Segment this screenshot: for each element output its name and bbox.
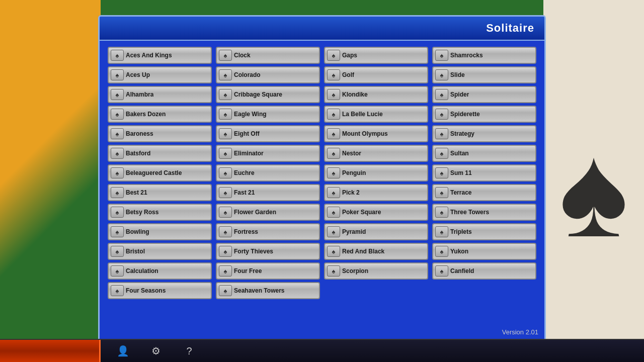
game-button-best-21[interactable]: ♠Best 21 [108, 184, 212, 201]
game-button-sum-11[interactable]: ♠Sum 11 [432, 164, 536, 182]
game-label-triplets: Triplets [450, 228, 472, 235]
game-button-flower-garden[interactable]: ♠Flower Garden [216, 204, 320, 221]
spade-icon: ♠ [327, 265, 340, 277]
game-label-eight-off: Eight Off [234, 130, 260, 137]
game-label-aces-up: Aces Up [126, 71, 150, 78]
spade-icon: ♠ [219, 285, 232, 296]
game-button-four-seasons[interactable]: ♠Four Seasons [108, 282, 212, 299]
game-button-aces-up[interactable]: ♠Aces Up [108, 66, 212, 83]
game-button-eliminator[interactable]: ♠Eliminator [216, 145, 320, 162]
spade-icon: ♠ [111, 265, 124, 277]
game-button-calculation[interactable]: ♠Calculation [108, 262, 212, 280]
spade-icon: ♠ [327, 89, 340, 100]
game-label-calculation: Calculation [126, 267, 158, 275]
game-button-euchre[interactable]: ♠Euchre [216, 164, 320, 182]
settings-button[interactable]: ⚙ [147, 342, 165, 360]
game-button-pick-2[interactable]: ♠Pick 2 [324, 184, 428, 201]
game-button-bristol[interactable]: ♠Bristol [108, 243, 212, 260]
game-label-la-belle-lucie: La Belle Lucie [342, 111, 383, 118]
game-label-fast-21: Fast 21 [234, 189, 255, 196]
spade-icon: ♠ [327, 50, 340, 61]
spade-icon: ♠ [327, 226, 340, 237]
game-button-seahaven-towers[interactable]: ♠Seahaven Towers [216, 282, 320, 299]
spade-icon: ♠ [111, 226, 124, 237]
game-button-sultan[interactable]: ♠Sultan [432, 145, 536, 162]
game-button-fortress[interactable]: ♠Fortress [216, 223, 320, 240]
window-title: Solitaire [486, 22, 534, 35]
game-label-poker-square: Poker Square [342, 209, 381, 216]
game-button-yukon[interactable]: ♠Yukon [432, 243, 536, 260]
game-label-bowling: Bowling [126, 228, 149, 235]
game-button-aces-and-kings[interactable]: ♠Aces And Kings [108, 47, 212, 64]
spade-icon: ♠ [111, 246, 124, 257]
game-label-bakers-dozen: Bakers Dozen [126, 111, 166, 118]
game-button-red-and-black[interactable]: ♠Red And Black [324, 243, 428, 260]
game-button-la-belle-lucie[interactable]: ♠La Belle Lucie [324, 106, 428, 123]
game-button-penguin[interactable]: ♠Penguin [324, 164, 428, 182]
help-button[interactable]: ? [180, 342, 198, 360]
game-button-batsford[interactable]: ♠Batsford [108, 145, 212, 162]
game-button-bowling[interactable]: ♠Bowling [108, 223, 212, 240]
game-button-cribbage-square[interactable]: ♠Cribbage Square [216, 86, 320, 103]
game-button-strategy[interactable]: ♠Strategy [432, 125, 536, 142]
game-button-klondike[interactable]: ♠Klondike [324, 86, 428, 103]
game-label-slide: Slide [450, 71, 465, 78]
spade-icon: ♠ [435, 148, 448, 159]
game-button-spider[interactable]: ♠Spider [432, 86, 536, 103]
spade-icon: ♠ [111, 69, 124, 80]
game-button-triplets[interactable]: ♠Triplets [432, 223, 536, 240]
game-button-clock[interactable]: ♠Clock [216, 47, 320, 64]
game-label-colorado: Colorado [234, 71, 261, 78]
title-bar: Solitaire [100, 17, 544, 41]
game-button-colorado[interactable]: ♠Colorado [216, 66, 320, 83]
game-button-mount-olympus[interactable]: ♠Mount Olympus [324, 125, 428, 142]
game-label-euchre: Euchre [234, 169, 255, 176]
game-label-yukon: Yukon [450, 248, 468, 255]
spade-icon: ♠ [111, 167, 124, 178]
spade-icon: ♠ [111, 109, 124, 120]
game-button-forty-thieves[interactable]: ♠Forty Thieves [216, 243, 320, 260]
spade-icon: ♠ [111, 148, 124, 159]
spade-icon: ♠ [327, 207, 340, 218]
game-label-red-and-black: Red And Black [342, 248, 384, 255]
game-button-alhambra[interactable]: ♠Alhambra [108, 86, 212, 103]
game-button-bakers-dozen[interactable]: ♠Bakers Dozen [108, 106, 212, 123]
game-button-eagle-wing[interactable]: ♠Eagle Wing [216, 106, 320, 123]
game-label-sum-11: Sum 11 [450, 169, 472, 176]
taskbar-divider [0, 340, 101, 362]
game-button-golf[interactable]: ♠Golf [324, 66, 428, 83]
spade-icon: ♠ [435, 69, 448, 80]
game-button-beleaguered-castle[interactable]: ♠Beleaguered Castle [108, 164, 212, 182]
game-button-three-towers[interactable]: ♠Three Towers [432, 204, 536, 221]
spade-icon: ♠ [327, 187, 340, 198]
spade-icon: ♠ [435, 265, 448, 277]
game-label-sultan: Sultan [450, 150, 469, 157]
game-label-batsford: Batsford [126, 150, 150, 157]
game-button-nestor[interactable]: ♠Nestor [324, 145, 428, 162]
version-label: Version 2.01 [502, 328, 538, 336]
game-button-canfield[interactable]: ♠Canfield [432, 262, 536, 280]
spade-icon: ♠ [327, 128, 340, 139]
game-button-slide[interactable]: ♠Slide [432, 66, 536, 83]
game-label-flower-garden: Flower Garden [234, 209, 276, 216]
game-button-four-free[interactable]: ♠Four Free [216, 262, 320, 280]
game-button-scorpion[interactable]: ♠Scorpion [324, 262, 428, 280]
spade-icon: ♠ [435, 226, 448, 237]
spade-icon: ♠ [435, 187, 448, 198]
spade-icon: ♠ [219, 50, 232, 61]
game-label-four-free: Four Free [234, 267, 262, 275]
game-button-baroness[interactable]: ♠Baroness [108, 125, 212, 142]
profile-button[interactable]: 👤 [114, 342, 132, 360]
game-button-spiderette[interactable]: ♠Spiderette [432, 106, 536, 123]
game-label-golf: Golf [342, 71, 354, 78]
content-area: ♠Aces And Kings♠Clock♠Gaps♠Shamrocks♠Ace… [100, 41, 544, 345]
game-button-pyramid[interactable]: ♠Pyramid [324, 223, 428, 240]
game-button-poker-square[interactable]: ♠Poker Square [324, 204, 428, 221]
game-button-shamrocks[interactable]: ♠Shamrocks [432, 47, 536, 64]
game-button-terrace[interactable]: ♠Terrace [432, 184, 536, 201]
game-label-forty-thieves: Forty Thieves [234, 248, 273, 255]
game-button-fast-21[interactable]: ♠Fast 21 [216, 184, 320, 201]
game-button-eight-off[interactable]: ♠Eight Off [216, 125, 320, 142]
game-button-betsy-ross[interactable]: ♠Betsy Ross [108, 204, 212, 221]
game-button-gaps[interactable]: ♠Gaps [324, 47, 428, 64]
